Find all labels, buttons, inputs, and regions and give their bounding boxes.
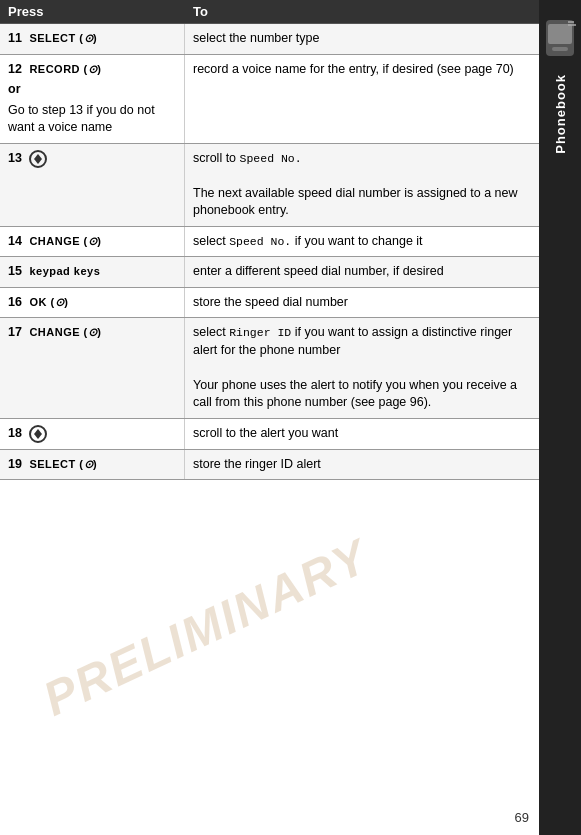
cell-press-15: 15 keypad keys xyxy=(0,257,185,287)
key-keypad-15: keypad keys xyxy=(29,265,100,277)
cell-press-12: 12 RECORD (⊙) or Go to step 13 if you do… xyxy=(0,55,185,143)
cell-press-18: 18 xyxy=(0,419,185,449)
page-number: 69 xyxy=(515,810,529,825)
row-num-17: 17 xyxy=(8,325,22,339)
row-num-11: 11 xyxy=(8,31,22,45)
row-num-18: 18 xyxy=(8,426,22,440)
table-row: 12 RECORD (⊙) or Go to step 13 if you do… xyxy=(0,55,539,144)
table-row: 13 scroll to Speed No. The next availabl… xyxy=(0,144,539,227)
key-change-17: CHANGE (⊙) xyxy=(29,326,101,338)
key-change-14: CHANGE (⊙) xyxy=(29,235,101,247)
scroll-icon-13 xyxy=(29,150,47,168)
row-num-13: 13 xyxy=(8,151,22,165)
key-select-19: SELECT (⊙) xyxy=(29,458,97,470)
mono-speed-no-13: Speed No. xyxy=(240,152,302,165)
cell-to-17: select Ringer ID if you want to assign a… xyxy=(185,318,539,418)
go-to-note-12: Go to step 13 if you do not want a voice… xyxy=(8,103,155,135)
cell-to-11: select the number type xyxy=(185,24,539,54)
cell-press-16: 16 OK (⊙) xyxy=(0,288,185,318)
svg-rect-2 xyxy=(552,47,568,51)
row-num-16: 16 xyxy=(8,295,22,309)
side-tab: Phonebook xyxy=(539,0,581,835)
cell-press-17: 17 CHANGE (⊙) xyxy=(0,318,185,418)
table-header: Press To xyxy=(0,0,539,24)
cell-to-15: enter a different speed dial number, if … xyxy=(185,257,539,287)
or-label-12: or xyxy=(8,81,176,99)
table-row: 19 SELECT (⊙) store the ringer ID alert xyxy=(0,450,539,481)
key-ok-16: OK (⊙) xyxy=(29,296,68,308)
cell-to-19: store the ringer ID alert xyxy=(185,450,539,480)
key-record-12: RECORD (⊙) xyxy=(29,63,101,75)
cell-press-19: 19 SELECT (⊙) xyxy=(0,450,185,480)
mono-speed-no-14: Speed No. xyxy=(229,235,291,248)
key-select-11: SELECT (⊙) xyxy=(29,32,97,44)
header-press: Press xyxy=(0,0,185,23)
table-row: 17 CHANGE (⊙) select Ringer ID if you wa… xyxy=(0,318,539,419)
row-num-19: 19 xyxy=(8,457,22,471)
mono-ringer-id-17: Ringer ID xyxy=(229,326,291,339)
cell-to-13: scroll to Speed No. The next available s… xyxy=(185,144,539,226)
table-row: 16 OK (⊙) store the speed dial number xyxy=(0,288,539,319)
main-content: Press To 11 SELECT (⊙) select the number… xyxy=(0,0,539,835)
cell-press-11: 11 SELECT (⊙) xyxy=(0,24,185,54)
cell-to-16: store the speed dial number xyxy=(185,288,539,318)
row-num-12: 12 xyxy=(8,62,22,76)
cell-to-18: scroll to the alert you want xyxy=(185,419,539,449)
svg-rect-1 xyxy=(548,24,572,44)
phone-icon xyxy=(542,20,578,56)
row-num-15: 15 xyxy=(8,264,22,278)
table-row: 18 scroll to the alert you want xyxy=(0,419,539,450)
row-num-14: 14 xyxy=(8,234,22,248)
cell-press-13: 13 xyxy=(0,144,185,226)
side-label: Phonebook xyxy=(553,74,568,154)
header-to: To xyxy=(185,0,539,23)
cell-press-14: 14 CHANGE (⊙) xyxy=(0,227,185,257)
scroll-icon-18 xyxy=(29,425,47,443)
table-row: 11 SELECT (⊙) select the number type xyxy=(0,24,539,55)
table-row: 14 CHANGE (⊙) select Speed No. if you wa… xyxy=(0,227,539,258)
page-container: Press To 11 SELECT (⊙) select the number… xyxy=(0,0,581,835)
cell-to-14: select Speed No. if you want to change i… xyxy=(185,227,539,257)
table-row: 15 keypad keys enter a different speed d… xyxy=(0,257,539,288)
cell-to-12: record a voice name for the entry, if de… xyxy=(185,55,539,143)
